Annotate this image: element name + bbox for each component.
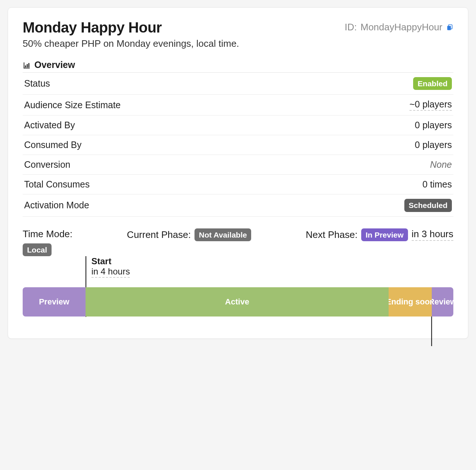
row-value: 0 players [415,120,452,130]
row-value: ~0 players [409,99,452,111]
start-time: in 4 hours [91,266,130,278]
row-label: Activation Mode [24,200,89,211]
row-consumed-by: Consumed By 0 players [23,135,453,155]
time-mode-label: Time Mode: [23,228,72,240]
current-phase-badge: Not Available [194,228,251,241]
subtitle: 50% cheaper PHP on Monday evenings, loca… [23,38,453,49]
segment-preview: Preview [23,287,86,317]
row-label: Consumed By [24,140,82,150]
id-label: ID: [345,22,357,33]
svg-rect-1 [447,26,451,30]
row-label: Activated By [24,120,75,130]
row-total-consumes: Total Consumes 0 times [23,175,453,194]
time-mode-badge: Local [23,243,52,256]
svg-rect-6 [29,63,30,67]
id-value: MondayHappyHour [360,22,442,33]
row-label: Status [24,78,50,89]
current-phase-block: Current Phase: Not Available [127,228,251,241]
next-phase-label: Next Phase: [306,229,358,240]
activation-mode-badge: Scheduled [404,199,452,212]
row-conversion: Conversion None [23,155,453,175]
row-status: Status Enabled [23,73,453,95]
row-value: 0 players [415,140,452,150]
svg-rect-5 [27,64,28,67]
status-badge: Enabled [413,77,452,90]
segment-ending: Ending soon [389,287,432,317]
timeline-bar: Preview Active Ending soon Review [23,287,453,317]
row-value: None [430,159,452,170]
id-block: ID: MondayHappyHour [345,22,453,33]
next-phase-badge: In Preview [361,228,408,241]
time-mode-block: Time Mode: Local [23,228,72,256]
row-label: Audience Size Estimate [24,100,121,110]
offer-card: Monday Happy Hour ID: MondayHappyHour 50… [8,7,468,339]
current-phase-label: Current Phase: [127,229,191,240]
svg-rect-2 [24,62,24,68]
overview-header: Overview [23,60,453,73]
segment-active: Active [86,287,389,317]
svg-rect-4 [25,65,26,68]
row-activated-by: Activated By 0 players [23,115,453,135]
timeline: Start in 4 hours Preview Active Ending s… [23,287,453,317]
overview-title: Overview [34,60,75,70]
segment-review: Review [432,287,453,317]
bar-chart-icon [23,61,31,69]
phase-row: Time Mode: Local Current Phase: Not Avai… [23,228,453,256]
row-value: 0 times [422,179,452,190]
overview-rows: Status Enabled Audience Size Estimate ~0… [23,73,453,217]
svg-rect-3 [24,68,30,68]
row-label: Conversion [24,159,70,170]
row-label: Total Consumes [24,179,90,190]
timeline-end-marker: End in 8 hours [388,317,432,346]
header-row: Monday Happy Hour ID: MondayHappyHour [23,19,453,36]
start-label: Start [91,256,130,266]
row-audience: Audience Size Estimate ~0 players [23,95,453,115]
row-activation-mode: Activation Mode Scheduled [23,194,453,216]
next-phase-time: in 3 hours [412,228,453,241]
page-title: Monday Happy Hour [23,19,162,36]
copy-icon[interactable] [446,24,453,31]
next-phase-block: Next Phase: In Preview in 3 hours [306,228,453,241]
